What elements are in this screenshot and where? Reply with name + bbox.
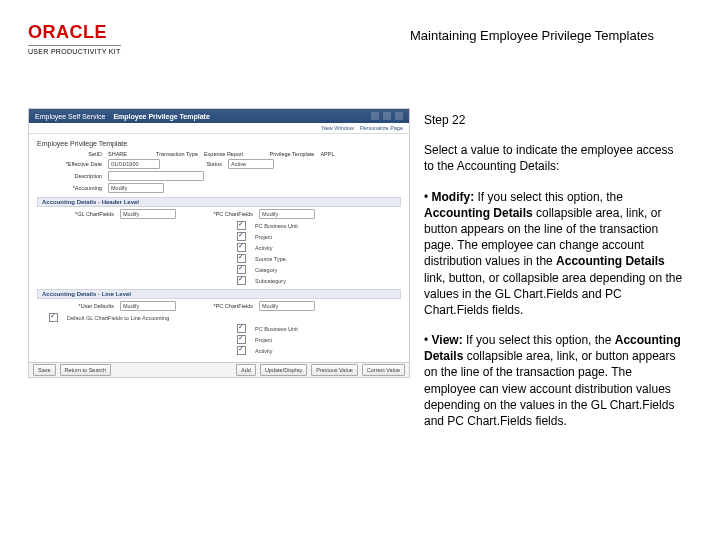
chk-pc-bu[interactable] [237,221,246,230]
chk-source-label: Source Type [255,256,286,262]
chk-default-gl-label: Default GL ChartFields to Line Accountin… [67,315,169,321]
status-label: Status [192,161,222,167]
intro-text: Select a value to indicate the employee … [424,142,686,174]
page-title: Employee Privilege Template [37,140,401,147]
home-icon[interactable] [371,112,379,120]
chk-pc-bu-label: PC Business Unit [255,223,298,229]
correct-button[interactable]: Correct Value [362,364,405,376]
instruction-panel: Step 22 Select a value to indicate the e… [424,112,686,443]
step-label: Step 22 [424,112,686,128]
link-personalize[interactable]: Personalize Page [360,125,403,131]
section-line-level: Accounting Details - Line Level [37,289,401,299]
template-value: APPL [320,151,334,157]
doc-title: Maintaining Employee Privilege Templates [410,28,654,43]
pc2-label: *PC ChartFields [198,303,253,309]
prev-button[interactable]: Previous Value [311,364,358,376]
chk-project-label: Project [255,234,272,240]
update-button[interactable]: Update/Display [260,364,307,376]
add-button[interactable]: Add [236,364,256,376]
accounting-select[interactable]: Modify [108,183,164,193]
return-button[interactable]: Return to Search [60,364,112,376]
template-label: Privilege Template [249,151,314,157]
chk-category-label: Category [255,267,277,273]
status-select[interactable]: Active [228,159,274,169]
option-view: • View: If you select this option, the A… [424,332,686,429]
usrdef-select[interactable]: Modify [120,301,176,311]
section-header-level: Accounting Details - Header Level [37,197,401,207]
app-topbar: Employee Self Service Employee Privilege… [29,109,409,123]
app-screenshot: Employee Self Service Employee Privilege… [28,108,410,378]
app-subbar: New Window Personalize Page [29,123,409,134]
logo-subtitle: USER PRODUCTIVITY KIT [28,45,121,55]
setid-label: SetID [37,151,102,157]
desc-input[interactable] [108,171,204,181]
gl-label: *GL ChartFields [49,211,114,217]
desc-label: Description [37,173,102,179]
logo: ORACLE USER PRODUCTIVITY KIT [28,22,121,55]
chk-activity[interactable] [237,243,246,252]
usrdef-label: *User Defaults [49,303,114,309]
chk-subcategory[interactable] [237,276,246,285]
txn-type-value: Expense Report [204,151,243,157]
chk2-pc-bu[interactable] [237,324,246,333]
chk-source[interactable] [237,254,246,263]
gl-select[interactable]: Modify [120,209,176,219]
chk2-activity[interactable] [237,346,246,355]
pc2-select[interactable]: Modify [259,301,315,311]
nav-icon[interactable] [383,112,391,120]
chk-project[interactable] [237,232,246,241]
link-new-window[interactable]: New Window [322,125,354,131]
accounting-label: *Accounting [37,185,102,191]
chk-category[interactable] [237,265,246,274]
breadcrumb: Employee Self Service [35,113,105,120]
option-modify: • Modify: If you select this option, the… [424,189,686,319]
effdate-label: *Effective Date [37,161,102,167]
txn-type-label: Transaction Type [133,151,198,157]
logo-brand: ORACLE [28,22,121,43]
chk-activity-label: Activity [255,245,272,251]
chk-subcategory-label: Subcategory [255,278,286,284]
chk2-project[interactable] [237,335,246,344]
save-button[interactable]: Save [33,364,56,376]
pc-select[interactable]: Modify [259,209,315,219]
banner-title: Employee Privilege Template [113,113,209,120]
effdate-input[interactable]: 01/01/1900 [108,159,160,169]
button-bar: Save Return to Search Add Update/Display… [29,362,409,377]
setid-value: SHARE [108,151,127,157]
pc-label: *PC ChartFields [198,211,253,217]
chk-default-gl[interactable] [49,313,58,322]
signout-icon[interactable] [395,112,403,120]
